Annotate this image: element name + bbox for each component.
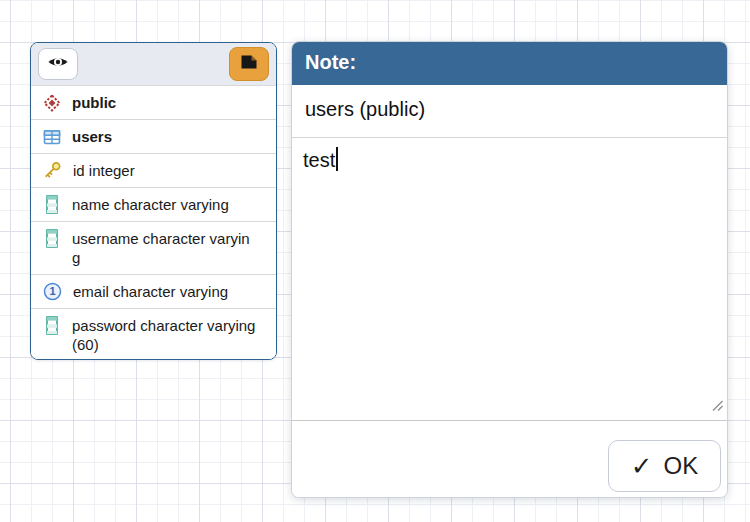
column-row-username: username character varying bbox=[31, 221, 276, 274]
erd-canvas[interactable]: { "canvas": { "grid_minor_color": "#eef0… bbox=[0, 0, 750, 522]
svg-text:1: 1 bbox=[49, 285, 55, 297]
ok-button-label: OK bbox=[664, 452, 699, 480]
column-label: name character varying bbox=[72, 195, 257, 214]
note-dialog: Note: users (public) test ✓ OK bbox=[291, 41, 728, 498]
show-details-button[interactable] bbox=[38, 48, 78, 80]
ok-button[interactable]: ✓ OK bbox=[608, 440, 721, 492]
column-icon bbox=[43, 229, 61, 248]
column-label: password character varying (60) bbox=[72, 316, 257, 354]
column-icon bbox=[43, 316, 61, 335]
erd-table-node-users[interactable]: public users id integer bbox=[30, 42, 277, 360]
text-caret bbox=[336, 147, 338, 171]
schema-row: public bbox=[31, 85, 276, 119]
note-dialog-title: Note: bbox=[292, 42, 727, 85]
column-row-email: 1 email character varying bbox=[31, 274, 276, 308]
unique-one-icon: 1 bbox=[43, 282, 62, 301]
table-node-toolbar bbox=[31, 43, 276, 85]
note-icon bbox=[239, 53, 259, 75]
note-dialog-footer: ✓ OK bbox=[292, 421, 727, 497]
table-row: users bbox=[31, 119, 276, 153]
column-label: username character varying bbox=[72, 229, 257, 267]
column-row-id: id integer bbox=[31, 153, 276, 187]
schema-icon bbox=[43, 93, 61, 112]
note-button[interactable] bbox=[229, 47, 269, 81]
column-label: email character varying bbox=[73, 282, 258, 301]
note-textarea[interactable]: test bbox=[292, 138, 727, 421]
table-name: users bbox=[72, 127, 257, 146]
schema-name: public bbox=[72, 93, 257, 112]
column-row-name: name character varying bbox=[31, 187, 276, 221]
note-text: test bbox=[303, 149, 335, 171]
column-label: id integer bbox=[73, 161, 258, 180]
eye-icon bbox=[47, 53, 69, 75]
note-table-reference: users (public) bbox=[292, 85, 727, 138]
resize-handle-icon[interactable] bbox=[710, 394, 724, 417]
table-icon bbox=[43, 127, 61, 146]
column-row-password: password character varying (60) bbox=[31, 308, 276, 360]
primary-key-icon bbox=[43, 161, 62, 180]
check-icon: ✓ bbox=[631, 453, 653, 479]
column-icon bbox=[43, 195, 61, 214]
